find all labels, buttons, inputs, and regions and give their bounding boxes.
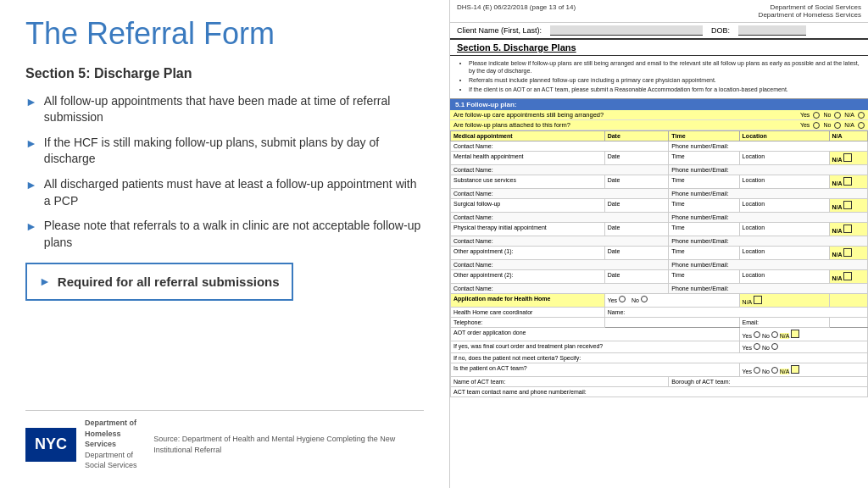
na-checkbox[interactable] [791,365,799,374]
q1-yes-label: Yes [800,112,810,118]
phone-cell: Phone number/Email: [669,236,868,247]
act-no-radio[interactable] [771,367,778,374]
table-row: Is the patient on ACT team? Yes No N/A [451,363,868,377]
appt-date: Date [604,199,669,213]
q1-no-radio[interactable] [834,112,841,119]
q1-na-radio[interactable] [858,112,865,119]
appt-date: Date [604,223,669,236]
aot-yes-radio[interactable] [754,331,760,338]
q2-yes-radio[interactable] [813,122,820,129]
bottom-logo: NYC Department of Homeless Services Depa… [25,410,424,471]
telephone-value[interactable] [604,318,739,328]
court-order-yes-no: Yes No [739,341,867,353]
table-row: Telephone: Email: [451,318,868,328]
list-item: ► All follow-up appointments that have b… [25,93,424,126]
appt-na: N/A [829,270,867,284]
appt-location: Location [739,247,829,260]
col-header-na: N/A [829,131,867,141]
col-header-location: Location [739,131,829,141]
table-row: Contact Name: Phone number/Email: [451,236,868,247]
appt-time: Time [669,223,739,236]
q2-no-radio[interactable] [834,122,841,129]
yes-label: Yes [743,369,752,374]
appt-location: Location [739,199,829,213]
phone-cell: Phone number/Email: [669,165,868,175]
col-header-time: Time [669,131,739,141]
form-header: DHS-14 (E) 06/22/2018 (page 13 of 14) De… [450,0,868,23]
q2-na-label: N/A [844,122,854,128]
q1-na-label: N/A [844,112,854,118]
act-yes-radio[interactable] [754,367,760,374]
table-row: Surgical follow-up Date Time Location N/… [451,199,868,213]
app-health-row: Application made for Health Home Yes No … [451,294,868,308]
app-health-label: Application made for Health Home [451,294,605,308]
table-row: Contact Name: Phone number/Email: [451,284,868,294]
appt-date: Date [604,152,669,165]
appt-na: N/A [829,152,867,165]
contact-cell: Contact Name: [451,260,669,270]
aot-no-radio[interactable] [771,331,778,338]
dept2: Homeless Services [85,430,121,449]
appt-location: Location [739,223,829,236]
court-yes-radio[interactable] [754,343,760,350]
section-title: Section 5. Discharge Plans [457,42,861,53]
app-health-no-radio[interactable] [641,296,648,302]
app-health-yes-radio[interactable] [619,296,626,302]
followup-header: 5.1 Follow-up plan: [450,99,868,110]
appt-na: N/A [829,223,867,236]
appt-name: Surgical follow-up [451,199,605,213]
col-header-date: Date [604,131,669,141]
appt-name: Other appointment (1): [451,247,605,260]
na-checkbox[interactable] [843,225,852,233]
left-panel: The Referral Form Section 5: Discharge P… [0,0,449,488]
q1-text: Are follow-up care appointments still be… [453,111,800,119]
dept1: Department of [85,419,136,427]
court-no-radio[interactable] [771,343,778,350]
list-item: ► Please note that referrals to a walk i… [25,218,424,251]
na-checkbox[interactable] [791,330,799,338]
q2-text: Are follow-up plans attached to this for… [453,121,800,129]
aot-label: AOT order application done [451,328,740,341]
header-dept1: Department of Social Services [759,3,861,11]
yes-label: Yes [608,297,617,303]
na-checkbox[interactable] [843,248,852,257]
phone-email-cell: Phone number/Email: [669,141,868,152]
table-row: AOT order application done Yes No N/A [451,328,868,341]
aot-yes-no: Yes No N/A [739,328,867,341]
col-header-appt: Medical appointment [451,131,605,141]
appt-na: N/A [829,247,867,260]
na-checkbox[interactable] [843,201,852,209]
q1-options: Yes No N/A [800,112,865,119]
appt-date: Date [604,175,669,189]
q2-na-radio[interactable] [858,122,865,129]
appt-location: Location [739,270,829,284]
appt-date: Date [604,247,669,260]
table-row: ACT team contact name and phone number/e… [451,387,868,397]
dob-field[interactable] [738,25,806,36]
list-item: ► All discharged patients must have at l… [25,176,424,209]
na-checkbox[interactable] [843,177,852,186]
na-checkbox[interactable] [843,153,852,162]
contact-cell: Contact Name: [451,284,669,294]
email-value[interactable] [829,318,867,328]
act-name-label: Name of ACT team: [451,377,669,387]
table-row: Contact Name: Phone number/Email: [451,260,868,270]
q2-yes-label: Yes [800,122,810,128]
appt-time: Time [669,247,739,260]
client-info-bar: Client Name (First, Last): DOB: [450,23,868,40]
phone-cell: Phone number/Email: [669,284,868,294]
client-name-field[interactable] [550,25,703,36]
sub2: Social Services [85,461,137,469]
contact-cell: Contact Name: [451,165,669,175]
na-label: N/A [780,369,789,374]
bullet-text: Please note that referrals to a walk in … [44,218,424,251]
q1-yes-radio[interactable] [813,112,820,119]
appt-time: Time [669,270,739,284]
sub1: Department of [85,451,133,459]
na-checkbox[interactable] [843,272,852,280]
table-row: Contact Name: Phone number/Email: [451,165,868,175]
telephone-label: Telephone: [451,318,605,328]
form-body: Please indicate below if follow-up plans… [450,56,868,488]
bullet-text: All follow-up appointments that have bee… [44,93,424,126]
na-checkbox[interactable] [754,296,762,304]
